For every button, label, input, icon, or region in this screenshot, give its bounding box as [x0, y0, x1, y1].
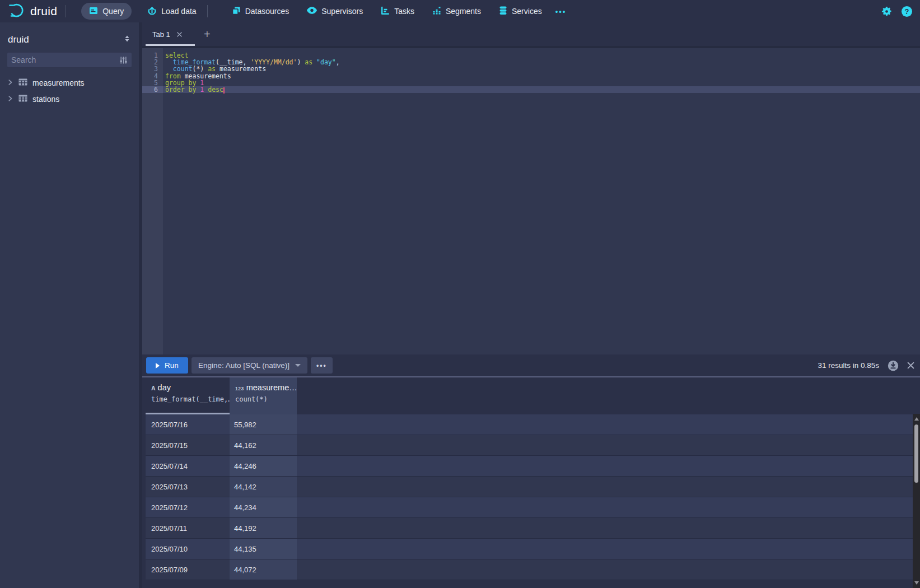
chevron-right-icon[interactable] [7, 95, 13, 104]
table-row[interactable]: 2025/07/1244,234 [146, 497, 913, 518]
database-icon [499, 6, 507, 17]
tab-label: Tab 1 [152, 30, 170, 39]
schema-sidebar: druid measurements [0, 22, 139, 588]
nav-item-label: Tasks [394, 7, 414, 16]
logo-wordmark: druid [30, 4, 57, 18]
nav-item-segments[interactable]: Segments [430, 3, 483, 20]
close-results-icon[interactable] [907, 362, 914, 369]
play-icon [156, 363, 160, 368]
results-scrollbar [913, 414, 920, 588]
cell-day[interactable]: 2025/07/16 [146, 414, 230, 435]
eye-icon [307, 7, 317, 16]
cell-measurements[interactable]: 44,072 [230, 559, 297, 580]
engine-select-button[interactable]: Engine: Auto [SQL (native)] [192, 357, 307, 374]
search-input[interactable] [11, 55, 119, 64]
column-expression: time_format(__time,… [151, 395, 230, 403]
column-header-measurements[interactable]: 123measureme… count(*) [230, 377, 297, 414]
table-row[interactable]: 2025/07/1344,142 [146, 477, 913, 497]
number-type-icon: 123 [235, 386, 244, 391]
nav-item-label: Load data [161, 7, 196, 16]
tab-close-icon[interactable] [177, 32, 182, 37]
cell-day[interactable]: 2025/07/10 [146, 539, 230, 559]
double-caret-icon [123, 35, 131, 45]
line-number: 2 [142, 59, 163, 66]
druid-logo[interactable]: druid [8, 2, 57, 20]
cell-day[interactable]: 2025/07/13 [146, 477, 230, 497]
nav-item-datasources[interactable]: Datasources [230, 3, 292, 20]
cell-measurements[interactable]: 55,982 [230, 414, 297, 435]
nav-item-tasks[interactable]: Tasks [379, 3, 417, 20]
table-icon [18, 95, 27, 104]
nav-item-query[interactable]: Query [81, 3, 132, 20]
druid-console: druid Query Load data Datasources [0, 0, 920, 588]
nav-divider [207, 5, 208, 17]
cell-measurements[interactable]: 44,162 [230, 435, 297, 455]
line-number: 4 [142, 73, 163, 80]
table-row[interactable]: 2025/07/1144,192 [146, 518, 913, 539]
scrollbar-thumb[interactable] [914, 424, 918, 483]
cell-day[interactable]: 2025/07/15 [146, 435, 230, 455]
cell-measurements[interactable]: 44,246 [230, 456, 297, 476]
editor-gutter [142, 48, 163, 354]
table-row[interactable]: 2025/07/1444,246 [146, 456, 913, 477]
column-header-day[interactable]: Aday time_format(__time,… [146, 377, 230, 414]
nav-item-supervisors[interactable]: Supervisors [305, 3, 365, 20]
scroll-up-arrow[interactable] [914, 417, 919, 421]
console-icon [89, 6, 98, 17]
code-line[interactable]: 4from measurements [142, 73, 920, 80]
nav-item-load-data[interactable]: Load data [145, 3, 198, 20]
new-tab-plus-icon[interactable]: + [204, 22, 211, 46]
sql-editor[interactable]: 1select2 time_format(__time, 'YYYY/MM/dd… [142, 48, 920, 354]
schema-selector[interactable]: druid [8, 34, 131, 45]
table-row[interactable]: 2025/07/1655,982 [146, 414, 913, 435]
cell-day[interactable]: 2025/07/12 [146, 497, 230, 517]
tree-item-measurements[interactable]: measurements [0, 74, 139, 91]
tree-item-stations[interactable]: stations [0, 91, 139, 107]
nav-more-icon[interactable]: ••• [555, 7, 567, 16]
tab-tab1[interactable]: Tab 1 [146, 22, 195, 46]
line-number: 6 [142, 86, 163, 93]
query-more-button[interactable]: ••• [311, 357, 333, 374]
code-line[interactable]: 3 count(*) as measurements [142, 66, 920, 72]
table-row[interactable]: 2025/07/0944,072 [146, 559, 913, 580]
run-button[interactable]: Run [146, 357, 188, 374]
gantt-icon [381, 6, 390, 17]
help-icon[interactable]: ? [902, 6, 912, 17]
nav-item-label: Query [102, 7, 124, 16]
cell-measurements[interactable]: 44,135 [230, 539, 297, 559]
filter-sliders-icon[interactable] [119, 56, 128, 64]
upload-icon [147, 6, 157, 17]
cell-measurements[interactable]: 44,142 [230, 477, 297, 497]
nav-item-label: Segments [446, 7, 481, 16]
scroll-down-arrow[interactable] [914, 581, 919, 585]
code-line[interactable]: 5group by 1 [142, 80, 920, 86]
results-header: Aday time_format(__time,… 123measureme… … [142, 377, 920, 414]
run-bar-right: 31 results in 0.85s [818, 360, 914, 371]
table-icon [18, 78, 27, 87]
nav-divider [66, 5, 66, 17]
download-results-icon[interactable] [888, 360, 899, 371]
cell-measurements[interactable]: 44,234 [230, 497, 297, 517]
results-panel: Aday time_format(__time,… 123measureme… … [142, 377, 920, 588]
cell-measurements[interactable]: 44,192 [230, 518, 297, 538]
settings-gear-icon[interactable] [881, 6, 892, 17]
code-line[interactable]: 6order by 1 desc [142, 86, 920, 93]
line-number: 5 [142, 80, 163, 86]
line-number: 1 [142, 52, 163, 59]
results-info: 31 results in 0.85s [818, 361, 879, 370]
datasource-tree: measurements stations [0, 74, 139, 107]
nav-item-label: Datasources [245, 7, 289, 16]
cell-day[interactable]: 2025/07/11 [146, 518, 230, 538]
tree-item-label: measurements [32, 78, 85, 87]
nav-item-label: Supervisors [321, 7, 363, 16]
cell-day[interactable]: 2025/07/14 [146, 456, 230, 476]
table-row[interactable]: 2025/07/1544,162 [146, 435, 913, 456]
cell-day[interactable]: 2025/07/09 [146, 559, 230, 580]
table-row[interactable]: 2025/07/1044,135 [146, 539, 913, 559]
chevron-right-icon[interactable] [7, 78, 13, 87]
top-nav: druid Query Load data Datasources [0, 0, 920, 22]
string-type-icon: A [151, 385, 156, 391]
nav-item-services[interactable]: Services [497, 3, 544, 20]
schema-title: druid [8, 34, 29, 45]
query-workbench: Tab 1 + 1select2 time_format(__time, 'YY… [142, 22, 920, 588]
